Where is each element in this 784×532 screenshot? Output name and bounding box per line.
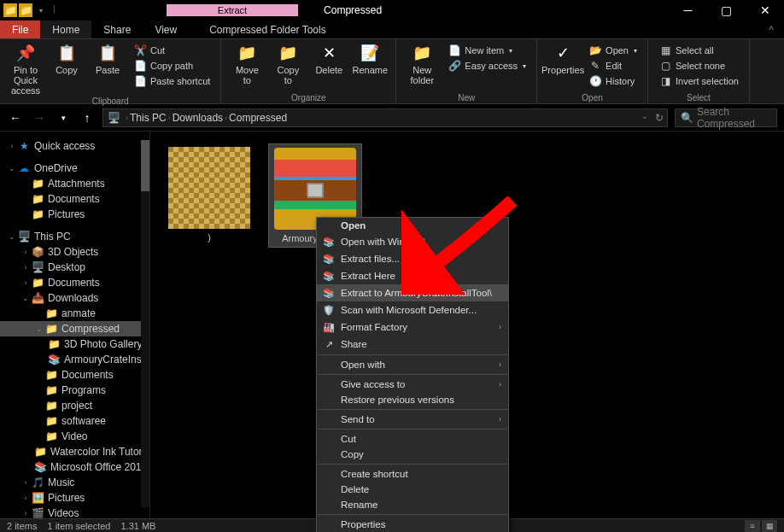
sidebar-video[interactable]: 📁Video xyxy=(0,429,149,444)
chevron-right-icon[interactable]: › xyxy=(7,142,17,150)
ctx-rename[interactable]: Rename xyxy=(317,497,508,512)
sidebar-documents[interactable]: 📁Documents xyxy=(0,191,149,207)
file-item-redacted[interactable]: ) xyxy=(162,143,256,246)
view-icons-button[interactable]: ▦ xyxy=(762,520,777,532)
chevron-down-icon[interactable]: ⌄ xyxy=(20,294,31,302)
chevron-right-icon[interactable]: › xyxy=(225,114,227,122)
chevron-down-icon[interactable]: ⌄ xyxy=(34,324,44,333)
sidebar-quick-access[interactable]: ›★Quick access xyxy=(0,138,149,154)
sidebar-softwaree[interactable]: 📁softwaree xyxy=(0,413,149,429)
navigation-pane[interactable]: ›★Quick access ⌄☁OneDrive 📁Attachments 📁… xyxy=(0,132,150,518)
rename-button[interactable]: 📝Rename xyxy=(351,41,389,92)
sidebar-documents[interactable]: ›📁Documents xyxy=(0,275,149,290)
chevron-down-icon[interactable]: ⌄ xyxy=(7,164,17,172)
ctx-give-access[interactable]: Give access to› xyxy=(317,377,508,392)
ctx-copy[interactable]: Copy xyxy=(317,447,508,462)
refresh-icon[interactable]: ↻ xyxy=(655,112,664,124)
chevron-right-icon[interactable]: › xyxy=(20,248,31,256)
open-button[interactable]: 📂Open ▾ xyxy=(585,43,641,58)
delete-button[interactable]: ✕Delete xyxy=(310,41,348,92)
sidebar-this-pc[interactable]: ⌄🖥️This PC xyxy=(0,229,149,244)
sidebar-anmate[interactable]: 📁anmate xyxy=(0,306,149,321)
sidebar-onedrive[interactable]: ⌄☁OneDrive xyxy=(0,161,149,176)
chevron-right-icon[interactable]: › xyxy=(20,263,31,272)
scrollbar-thumb[interactable] xyxy=(141,140,149,191)
tab-file[interactable]: File xyxy=(0,20,40,38)
folder-icon[interactable]: 📁 xyxy=(3,3,17,17)
close-button[interactable]: ✕ xyxy=(746,0,784,20)
new-folder-button[interactable]: 📁New folder xyxy=(403,41,441,92)
ctx-extract-to[interactable]: 📚Extract to ArmouryCrateInstallTool\ xyxy=(317,284,508,301)
sidebar-music[interactable]: ›🎵Music xyxy=(0,475,149,490)
sidebar-ms-office[interactable]: 📚Microsoft Office 2019 Mac .. xyxy=(0,459,149,475)
folder-icon[interactable]: 📁 xyxy=(19,3,32,17)
crumb-downloads[interactable]: Downloads xyxy=(173,112,223,124)
easy-access-button[interactable]: 🔗Easy access ▾ xyxy=(444,58,529,73)
chevron-right-icon[interactable]: › xyxy=(168,114,171,122)
ctx-defender[interactable]: 🛡️Scan with Microsoft Defender... xyxy=(317,301,508,319)
paste-shortcut-button[interactable]: 📄Paste shortcut xyxy=(130,73,214,89)
chevron-down-icon[interactable]: ⌄ xyxy=(7,232,17,241)
ctx-open-winrar[interactable]: 📚Open with WinRAR xyxy=(317,233,508,250)
invert-selection-button[interactable]: ◨Invert selection xyxy=(655,73,742,89)
crumb-compressed[interactable]: Compressed xyxy=(229,112,287,124)
sidebar-pictures[interactable]: 📁Pictures xyxy=(0,207,149,222)
context-tab[interactable]: Extract xyxy=(167,4,298,16)
select-none-button[interactable]: ▢Select none xyxy=(655,58,742,73)
sidebar-armoury-zip[interactable]: 📚ArmouryCrateInstallTool.z xyxy=(0,352,149,367)
sidebar-compressed[interactable]: ⌄📁Compressed xyxy=(0,321,149,336)
chevron-right-icon[interactable]: › xyxy=(20,494,31,502)
recent-dropdown-icon[interactable]: ▾ xyxy=(55,109,72,126)
chevron-right-icon[interactable]: › xyxy=(20,509,31,517)
sidebar-3d-objects[interactable]: ›📦3D Objects xyxy=(0,244,149,260)
new-item-button[interactable]: 📄New item ▾ xyxy=(444,43,529,58)
history-button[interactable]: 🕐History xyxy=(585,73,641,89)
sidebar-pictures[interactable]: ›🖼️Pictures xyxy=(0,490,149,506)
tab-share[interactable]: Share xyxy=(91,20,143,38)
tab-home[interactable]: Home xyxy=(40,20,91,38)
chevron-right-icon[interactable]: › xyxy=(20,278,31,287)
ctx-share[interactable]: ↗Share xyxy=(317,336,508,353)
ctx-restore[interactable]: Restore previous versions xyxy=(317,392,508,407)
breadcrumb[interactable]: 🖥️ › This PC › Downloads › Compressed ⌄ … xyxy=(102,108,668,127)
ctx-properties[interactable]: Properties xyxy=(317,517,508,532)
sidebar-documents[interactable]: 📁Documents xyxy=(0,367,149,383)
sidebar-project[interactable]: 📁project xyxy=(0,398,149,413)
pin-quick-access-button[interactable]: 📌Pin to Quick access xyxy=(7,41,44,96)
back-button[interactable]: ← xyxy=(7,109,24,126)
cut-button[interactable]: ✂️Cut xyxy=(130,43,214,58)
edit-button[interactable]: ✎Edit xyxy=(585,58,641,73)
copy-path-button[interactable]: 📄Copy path xyxy=(130,58,214,73)
minimize-button[interactable]: ─ xyxy=(669,0,707,20)
copy-button[interactable]: 📋Copy xyxy=(48,41,85,96)
sidebar-photo-gallery[interactable]: 📁3D Photo Gallery (Prj) xyxy=(0,336,149,352)
ctx-open[interactable]: Open xyxy=(317,218,508,233)
forward-button[interactable]: → xyxy=(31,109,48,126)
sidebar-watercolor[interactable]: 📁Watercolor Ink Tutorial xyxy=(0,444,149,459)
select-all-button[interactable]: ▦Select all xyxy=(655,43,742,58)
scrollbar[interactable] xyxy=(141,140,149,507)
sidebar-programs[interactable]: 📁Programs xyxy=(0,383,149,398)
view-details-button[interactable]: ≡ xyxy=(745,520,760,532)
ctx-cut[interactable]: Cut xyxy=(317,431,508,447)
tab-compressed-tools[interactable]: Compressed Folder Tools xyxy=(197,20,338,38)
chevron-right-icon[interactable]: › xyxy=(20,478,31,487)
ribbon-collapse-icon[interactable]: ^ xyxy=(758,20,784,38)
sidebar-attachments[interactable]: 📁Attachments xyxy=(0,176,149,191)
sidebar-desktop[interactable]: ›🖥️Desktop xyxy=(0,260,149,275)
ctx-open-with[interactable]: Open with› xyxy=(317,357,508,372)
sidebar-downloads[interactable]: ⌄📥Downloads xyxy=(0,290,149,306)
qa-dropdown-icon[interactable]: ▾ xyxy=(34,3,48,17)
ctx-format-factory[interactable]: 🏭Format Factory› xyxy=(317,319,508,336)
up-button[interactable]: ↑ xyxy=(79,109,96,126)
sidebar-videos[interactable]: ›🎬Videos xyxy=(0,506,149,518)
tab-view[interactable]: View xyxy=(143,20,189,38)
search-input[interactable]: 🔍 Search Compressed xyxy=(675,108,777,127)
ctx-delete[interactable]: Delete xyxy=(317,482,508,497)
properties-button[interactable]: ✓Properties xyxy=(544,41,582,92)
chevron-right-icon[interactable]: › xyxy=(126,114,128,122)
move-to-button[interactable]: 📁Move to xyxy=(228,41,266,92)
address-dropdown-icon[interactable]: ⌄ xyxy=(641,112,648,124)
copy-to-button[interactable]: 📁Copy to xyxy=(269,41,307,92)
maximize-button[interactable]: ▢ xyxy=(707,0,746,20)
